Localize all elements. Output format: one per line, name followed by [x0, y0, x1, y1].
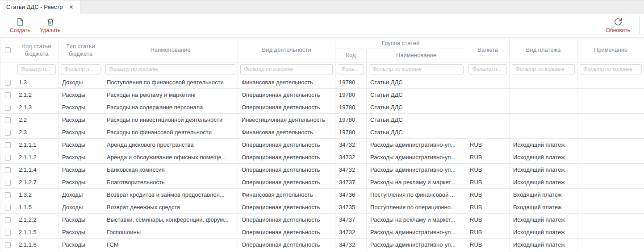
column-header-group-name[interactable]: Наименование [367, 49, 466, 62]
cell-payment_type[interactable] [510, 126, 577, 139]
row-checkbox[interactable] [5, 130, 11, 136]
cell-budget_type[interactable]: Расходы [59, 164, 103, 176]
cell-payment_type[interactable]: Исходящий платеж [510, 214, 577, 226]
cell-name[interactable]: Расходы по инвестиционной деятельности [103, 114, 238, 126]
table-row[interactable]: 2.1.2.7РасходыБлаготворительностьОпераци… [0, 176, 644, 189]
filter-input-group-code[interactable] [338, 64, 364, 74]
cell-activity[interactable]: Операционная деятельность [238, 101, 335, 114]
cell-payment_type[interactable] [510, 89, 577, 101]
refresh-button[interactable]: Обновить [603, 16, 633, 35]
tab-close-icon[interactable]: ✕ [68, 4, 75, 11]
filter-input-currency[interactable] [468, 64, 507, 74]
cell-group_name[interactable]: Расходы административно-уп... [367, 239, 466, 251]
cell-group_code[interactable]: 19780 [335, 114, 367, 126]
cell-name[interactable]: Возврат денежных средств [103, 201, 238, 214]
table-row[interactable]: 2.1.1.1РасходыАренда дискового пространс… [0, 139, 644, 151]
filter-input-budget-code[interactable] [17, 64, 56, 74]
cell-name[interactable]: Аренда дискового пространства [103, 139, 238, 151]
cell-activity[interactable]: Инвестиционная деятельность [238, 114, 335, 126]
cell-name[interactable]: Расходы на содержание персонала [103, 101, 238, 114]
row-checkbox[interactable] [5, 242, 11, 248]
cell-group_code[interactable]: 34732 [335, 151, 367, 164]
filter-input-activity[interactable] [240, 64, 333, 74]
cell-budget_code[interactable]: 1.3.2 [15, 189, 59, 201]
cell-note[interactable] [577, 126, 644, 139]
cell-group_code[interactable]: 34732 [335, 226, 367, 239]
cell-note[interactable] [577, 151, 644, 164]
row-select-cell[interactable] [0, 114, 15, 126]
cell-activity[interactable]: Операционная деятельность [238, 139, 335, 151]
cell-budget_code[interactable]: 2.1.1.5 [15, 226, 59, 239]
row-checkbox[interactable] [5, 92, 11, 98]
cell-budget_type[interactable]: Доходы [59, 201, 103, 214]
row-checkbox[interactable] [5, 155, 11, 161]
column-header-budget-type[interactable]: Тип статьи бюджета [59, 38, 103, 62]
cell-currency[interactable]: RUB [466, 139, 510, 151]
cell-budget_code[interactable]: 2.1.2 [15, 89, 59, 101]
cell-activity[interactable]: Операционная деятельность [238, 176, 335, 189]
cell-budget_type[interactable]: Расходы [59, 176, 103, 189]
table-row[interactable]: 2.1.3РасходыРасходы на содержание персон… [0, 101, 644, 114]
cell-group_name[interactable]: Поступления по операционно... [367, 201, 466, 214]
cell-payment_type[interactable]: Исходящий платеж [510, 176, 577, 189]
cell-budget_code[interactable]: 1.1.5 [15, 201, 59, 214]
column-header-name[interactable]: Наименование [103, 38, 238, 62]
cell-activity[interactable]: Финансовая деятельность [238, 76, 335, 89]
cell-budget_code[interactable]: 2.1.2.2 [15, 214, 59, 226]
cell-budget_type[interactable]: Расходы [59, 89, 103, 101]
cell-payment_type[interactable]: Исходящий платеж [510, 151, 577, 164]
cell-payment_type[interactable] [510, 114, 577, 126]
cell-currency[interactable] [466, 101, 510, 114]
cell-currency[interactable]: RUB [466, 176, 510, 189]
table-row[interactable]: 2.1.1.4РасходыБанковская комиссияОпераци… [0, 164, 644, 176]
filter-input-group-name[interactable] [369, 64, 464, 74]
column-header-activity[interactable]: Вид деятельности [238, 38, 335, 62]
table-row[interactable]: 2.1.1.2РасходыАренда и обслуживание офис… [0, 151, 644, 164]
row-select-cell[interactable] [0, 214, 15, 226]
cell-currency[interactable] [466, 114, 510, 126]
cell-name[interactable]: Благотворительность [103, 176, 238, 189]
cell-currency[interactable]: RUB [466, 226, 510, 239]
cell-note[interactable] [577, 139, 644, 151]
row-select-cell[interactable] [0, 139, 15, 151]
cell-note[interactable] [577, 89, 644, 101]
row-checkbox[interactable] [5, 117, 11, 123]
row-select-cell[interactable] [0, 176, 15, 189]
cell-group_name[interactable]: Расходы административно-уп... [367, 164, 466, 176]
cell-budget_type[interactable]: Расходы [59, 139, 103, 151]
row-select-cell[interactable] [0, 226, 15, 239]
cell-budget_type[interactable]: Расходы [59, 226, 103, 239]
cell-note[interactable] [577, 226, 644, 239]
cell-budget_type[interactable]: Расходы [59, 239, 103, 251]
cell-currency[interactable]: RUB [466, 214, 510, 226]
row-select-cell[interactable] [0, 89, 15, 101]
column-header-group-code[interactable]: Код [335, 49, 367, 62]
cell-group_code[interactable]: 19780 [335, 89, 367, 101]
filter-input-name[interactable] [105, 64, 235, 74]
row-select-cell[interactable] [0, 101, 15, 114]
cell-activity[interactable]: Операционная деятельность [238, 151, 335, 164]
cell-group_code[interactable]: 34735 [335, 201, 367, 214]
cell-budget_type[interactable]: Расходы [59, 126, 103, 139]
column-header-currency[interactable]: Валюта [466, 38, 510, 62]
table-row[interactable]: 2.3РасходыРасходы по финансовой деятельн… [0, 126, 644, 139]
column-header-note[interactable]: Примечание [577, 38, 644, 62]
cell-group_name[interactable]: Расходы административно-уп... [367, 226, 466, 239]
cell-group_name[interactable]: Расходы на рекламу и маркет... [367, 176, 466, 189]
row-select-cell[interactable] [0, 239, 15, 251]
row-checkbox[interactable] [5, 167, 11, 173]
cell-budget_code[interactable]: 2.1.2.7 [15, 176, 59, 189]
cell-note[interactable] [577, 176, 644, 189]
cell-budget_code[interactable]: 2.1.3 [15, 101, 59, 114]
row-checkbox[interactable] [5, 80, 11, 86]
cell-name[interactable]: Возврат кредитов и займов предоставлен..… [103, 189, 238, 201]
cell-group_code[interactable]: 34737 [335, 176, 367, 189]
cell-group_code[interactable]: 19780 [335, 76, 367, 89]
cell-budget_code[interactable]: 2.1.1.4 [15, 164, 59, 176]
cell-note[interactable] [577, 114, 644, 126]
cell-group_code[interactable]: 34732 [335, 239, 367, 251]
row-select-cell[interactable] [0, 164, 15, 176]
row-checkbox[interactable] [5, 230, 11, 235]
cell-name[interactable]: Банковская комиссия [103, 164, 238, 176]
cell-currency[interactable] [466, 126, 510, 139]
